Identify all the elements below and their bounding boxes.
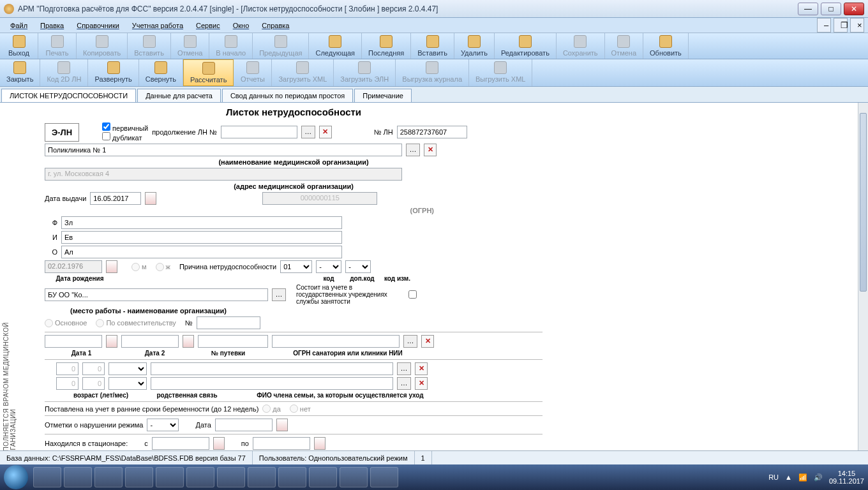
- reg-checkbox[interactable]: [408, 290, 417, 299]
- tb-last[interactable]: Последняя: [362, 33, 411, 59]
- mdi-minimize[interactable]: –: [817, 18, 831, 33]
- tb-loadxml[interactable]: Загрузить XML: [272, 59, 334, 86]
- tb-export[interactable]: Выгрузка журнала: [396, 59, 469, 86]
- sanatorium-lookup[interactable]: …: [403, 335, 417, 348]
- tb-collapse[interactable]: Свернуть: [139, 59, 183, 86]
- date1-picker[interactable]: [106, 335, 117, 348]
- scrollbar[interactable]: [858, 103, 868, 460]
- date2-input[interactable]: [121, 335, 179, 348]
- toolbar-secondary: Закрыть Код 2D ЛН Развернуть Свернуть Ра…: [0, 59, 868, 87]
- age-months-2[interactable]: [82, 377, 105, 390]
- family-clear-1[interactable]: ✕: [415, 362, 428, 375]
- work-parttime[interactable]: По совместительству: [96, 319, 176, 327]
- tb-print[interactable]: Печать: [38, 33, 77, 59]
- preg-yes[interactable]: да: [262, 405, 281, 413]
- relation-select-2[interactable]: [108, 377, 147, 390]
- tab-calcdata[interactable]: Данные для расчета: [137, 89, 221, 102]
- tb-loadeln[interactable]: Загрузить ЭЛН: [334, 59, 396, 86]
- org-input[interactable]: [45, 144, 402, 156]
- family-lookup-2[interactable]: …: [397, 377, 411, 390]
- menu-edit[interactable]: Правка: [34, 20, 70, 31]
- employer-input[interactable]: [45, 288, 268, 301]
- tb-exit[interactable]: Выход: [0, 33, 38, 59]
- preg-no[interactable]: нет: [290, 405, 311, 413]
- family-lookup-1[interactable]: …: [397, 362, 411, 375]
- continuation-input[interactable]: [221, 126, 297, 138]
- sanatorium-ogrn-input[interactable]: [272, 335, 400, 348]
- tb-save[interactable]: Сохранить: [557, 33, 605, 59]
- primary-checkbox[interactable]: первичный: [102, 124, 148, 132]
- age-years-1[interactable]: [56, 362, 79, 375]
- name-input[interactable]: [61, 231, 342, 244]
- violation-select[interactable]: -: [147, 419, 179, 431]
- sanatorium-clear[interactable]: ✕: [421, 335, 434, 348]
- maximize-button[interactable]: □: [821, 3, 841, 15]
- scrollbar-thumb[interactable]: [860, 113, 867, 292]
- violation-date-picker[interactable]: [276, 419, 288, 431]
- tb-reports[interactable]: Отчеты: [234, 59, 272, 86]
- tb-refresh[interactable]: Обновить: [643, 33, 689, 59]
- tb-begin[interactable]: В начало: [209, 33, 253, 59]
- tb-close[interactable]: Закрыть: [0, 59, 40, 86]
- employer-lookup[interactable]: …: [272, 288, 286, 301]
- tab-downtime[interactable]: Свод данных по периодам простоя: [222, 89, 353, 102]
- tb-prev[interactable]: Предыдущая: [253, 33, 309, 59]
- continuation-lookup[interactable]: …: [301, 126, 315, 138]
- dob-picker[interactable]: [106, 260, 117, 273]
- tb-next[interactable]: Следующая: [309, 33, 362, 59]
- hospital-from-picker[interactable]: [213, 437, 225, 450]
- family-fio-2[interactable]: [151, 377, 393, 390]
- hospital-from[interactable]: [152, 437, 209, 450]
- menu-file[interactable]: Файл: [4, 20, 34, 31]
- sex-w[interactable]: ж: [156, 263, 170, 271]
- tb-expand[interactable]: Развернуть: [88, 59, 138, 86]
- chgcode-select[interactable]: -: [345, 260, 371, 273]
- surname-input[interactable]: [61, 216, 342, 229]
- tb-cancel[interactable]: Отмена: [605, 33, 643, 59]
- issue-date-input[interactable]: [90, 192, 141, 205]
- patronym-input[interactable]: [61, 246, 342, 258]
- tb-delete[interactable]: Удалить: [454, 33, 495, 59]
- org-clear[interactable]: ✕: [424, 144, 437, 156]
- violation-date[interactable]: [215, 419, 273, 431]
- ln-no-input[interactable]: [397, 126, 467, 138]
- family-fio-1[interactable]: [151, 362, 393, 375]
- work-main[interactable]: Основное: [45, 319, 87, 327]
- tb-copy[interactable]: Копировать: [77, 33, 128, 59]
- tb-exportxml[interactable]: Выгрузить XML: [469, 59, 532, 86]
- continuation-clear[interactable]: ✕: [319, 126, 332, 138]
- tb-undo[interactable]: Отмена: [171, 33, 209, 59]
- menu-help[interactable]: Справка: [255, 20, 296, 31]
- reason-select[interactable]: 01: [280, 260, 312, 273]
- hospital-to-picker[interactable]: [314, 437, 326, 450]
- issue-date-picker[interactable]: [145, 192, 156, 205]
- tb-edit[interactable]: Редактировать: [495, 33, 557, 59]
- tb-calc[interactable]: Рассчитать: [183, 59, 234, 86]
- tab-note[interactable]: Примечание: [354, 89, 412, 102]
- hospital-to[interactable]: [253, 437, 310, 450]
- menu-acct[interactable]: Учетная работа: [126, 20, 190, 31]
- voucher-input[interactable]: [198, 335, 268, 348]
- age-months-1[interactable]: [82, 362, 105, 375]
- menu-service[interactable]: Сервис: [190, 20, 227, 31]
- tb-paste[interactable]: Вставить: [128, 33, 171, 59]
- duplicate-checkbox[interactable]: дубликат: [102, 134, 142, 142]
- age-years-2[interactable]: [56, 377, 79, 390]
- work-num-input[interactable]: [197, 316, 260, 329]
- menu-window[interactable]: Окно: [227, 20, 256, 31]
- menu-ref[interactable]: Справочники: [70, 20, 126, 31]
- close-button[interactable]: ✕: [844, 3, 864, 15]
- mdi-restore[interactable]: ❐: [834, 18, 848, 33]
- org-lookup[interactable]: …: [406, 144, 420, 156]
- tab-sickleave[interactable]: ЛИСТОК НЕТРУДОСПОСОБНОСТИ: [1, 89, 136, 102]
- minimize-button[interactable]: —: [798, 3, 818, 15]
- sex-m[interactable]: м: [131, 263, 147, 271]
- date2-picker[interactable]: [183, 335, 194, 348]
- tb-insert[interactable]: Вставить: [411, 33, 454, 59]
- mdi-close[interactable]: ×: [850, 18, 864, 33]
- date1-input[interactable]: [45, 335, 102, 348]
- addcode-select[interactable]: -: [316, 260, 341, 273]
- family-clear-2[interactable]: ✕: [415, 377, 428, 390]
- relation-select-1[interactable]: [108, 362, 147, 375]
- tb-code2d[interactable]: Код 2D ЛН: [40, 59, 88, 86]
